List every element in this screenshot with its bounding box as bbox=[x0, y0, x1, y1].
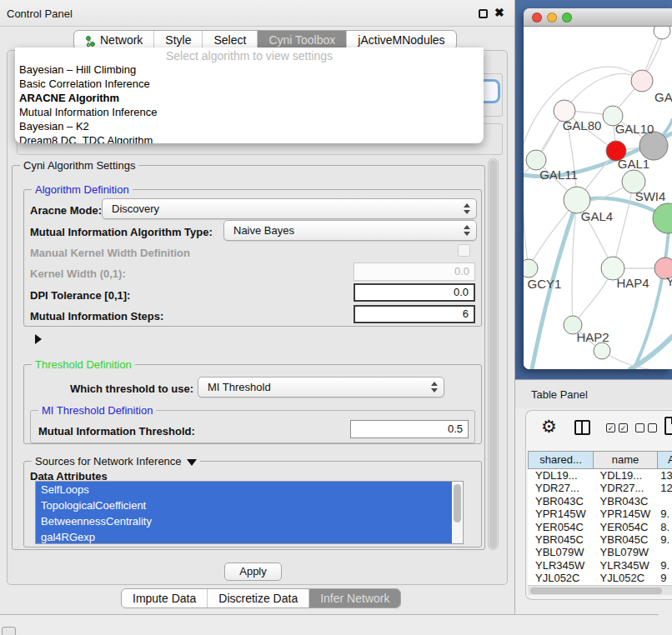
collapse-arrow-icon[interactable] bbox=[187, 459, 197, 466]
aracne-mode-value: Discovery bbox=[112, 202, 159, 215]
table-row[interactable]: YBR043CYBR043C bbox=[528, 495, 672, 508]
aracne-mode-label: Aracne Mode: bbox=[30, 204, 102, 217]
mi-steps-input[interactable]: 6 bbox=[354, 305, 475, 323]
network-view-window: GALGAL80GAL10GAL1GAL11SWI4GAL4GCY1HAP4YH… bbox=[524, 8, 672, 369]
table-cell: 8. bbox=[656, 521, 672, 533]
sources-title: Sources for Network Inference bbox=[32, 455, 200, 468]
mac-zoom-icon[interactable] bbox=[562, 12, 572, 22]
tab-discretize-data[interactable]: Discretize Data bbox=[208, 589, 309, 608]
split-columns-icon[interactable] bbox=[574, 420, 590, 435]
table-row[interactable]: YBR045CYBR045C9. bbox=[528, 533, 672, 546]
attribute-item-selfloops[interactable]: SelfLoops bbox=[36, 482, 452, 498]
table-cell: 12 bbox=[656, 482, 672, 494]
collapsed-panel-button[interactable] bbox=[2, 627, 16, 635]
column-header-shared[interactable]: shared... bbox=[528, 451, 593, 469]
mi-type-label: Mutual Information Algorithm Type: bbox=[30, 226, 213, 238]
dropdown-item-bayesian-k2[interactable]: Bayesian – K2 bbox=[15, 119, 484, 133]
tab-cyni-toolbox[interactable]: Cyni Toolbox bbox=[258, 31, 347, 49]
page-icon[interactable] bbox=[664, 417, 672, 435]
float-window-icon[interactable] bbox=[479, 9, 488, 18]
table-h-scrollbar[interactable] bbox=[528, 585, 672, 595]
dpi-tolerance-input[interactable]: 0.0 bbox=[354, 283, 475, 302]
table-h-scrollbar-thumb[interactable] bbox=[530, 588, 662, 594]
mac-close-icon[interactable] bbox=[532, 12, 542, 22]
table-cell: YER054C bbox=[528, 521, 593, 533]
dropdown-item-aracne-algorithm[interactable]: ARACNE Algorithm bbox=[15, 91, 484, 105]
combo-arrows-icon bbox=[431, 382, 438, 392]
which-threshold-combo[interactable]: MI Threshold bbox=[198, 377, 444, 398]
network-node-gcy1[interactable] bbox=[524, 259, 538, 278]
checked-checkbox-icon[interactable]: ✓ bbox=[606, 423, 615, 432]
node-label-gal1: GAL1 bbox=[618, 157, 649, 171]
tab-infer-network[interactable]: Infer Network bbox=[309, 589, 400, 608]
attribute-item-topologicalcoefficient[interactable]: TopologicalCoefficient bbox=[36, 498, 452, 513]
dropdown-item-dream8-dc-tdc-algorithm[interactable]: Dream8 DC_TDC Algorithm bbox=[15, 133, 484, 143]
tab-style[interactable]: Style bbox=[154, 31, 203, 49]
algorithm-dropdown: Select algorithm to view settings Bayesi… bbox=[15, 48, 484, 143]
list-scrollbar-thumb[interactable] bbox=[454, 484, 461, 522]
table-cell: YBR043C bbox=[528, 495, 593, 508]
aracne-mode-combo[interactable]: Discovery bbox=[102, 198, 477, 219]
settings-scrollbar-thumb[interactable] bbox=[489, 160, 497, 548]
attribute-item-gal4rgexp[interactable]: gal4RGexp bbox=[36, 529, 452, 544]
mi-steps-label: Mutual Information Steps: bbox=[30, 310, 163, 322]
apply-button[interactable]: Apply bbox=[224, 562, 282, 581]
combo-arrows-icon bbox=[464, 225, 470, 236]
gear-icon[interactable]: ⚙ bbox=[541, 417, 557, 437]
table-row[interactable]: YDL19...YDL19...13 bbox=[528, 469, 672, 482]
attribute-item-betweennesscentrality[interactable]: BetweennessCentrality bbox=[36, 513, 452, 529]
tab-network[interactable]: Network bbox=[74, 31, 154, 49]
table-row[interactable]: YJL052CYJL052C9 bbox=[528, 572, 672, 584]
network-canvas[interactable]: GALGAL80GAL10GAL1GAL11SWI4GAL4GCY1HAP4YH… bbox=[524, 27, 672, 369]
tab-select[interactable]: Select bbox=[203, 31, 258, 49]
checked-checkbox-icon[interactable]: ✓ bbox=[619, 423, 628, 432]
column-header-name[interactable]: name bbox=[593, 451, 657, 469]
tab-jactivemnodules[interactable]: jActiveMNodules bbox=[347, 31, 455, 49]
dropdown-item-basic-correlation-inference[interactable]: Basic Correlation Inference bbox=[15, 77, 484, 91]
table-cell: 9. bbox=[656, 508, 672, 520]
table-panel-strip: Table Panel bbox=[515, 379, 672, 408]
network-window-titlebar[interactable] bbox=[524, 8, 672, 27]
node-label-gal80: GAL80 bbox=[563, 118, 602, 132]
node-label-gcy1: GCY1 bbox=[528, 277, 562, 291]
settings-scrollbar[interactable] bbox=[488, 158, 499, 550]
network-node-unlabeled[interactable] bbox=[639, 132, 668, 160]
table-row[interactable]: YLR345WYLR345W9. bbox=[528, 559, 672, 572]
table-panel-title: Table Panel bbox=[531, 388, 588, 401]
table-cell: YBR043C bbox=[593, 495, 657, 508]
mac-minimize-icon[interactable] bbox=[547, 12, 557, 22]
table-cell bbox=[656, 495, 672, 508]
table-cell: YLR345W bbox=[528, 559, 593, 572]
tab-impute-data[interactable]: Impute Data bbox=[122, 589, 208, 608]
table-row[interactable]: YER054CYER054C8. bbox=[528, 521, 672, 533]
cyni-algorithm-settings-title: Cyni Algorithm Settings bbox=[20, 159, 138, 172]
hub-expander[interactable] bbox=[28, 332, 42, 346]
kernel-width-input[interactable]: 0.0 bbox=[354, 262, 475, 281]
network-node-unlabeled[interactable] bbox=[594, 342, 610, 359]
column-header-a[interactable]: A bbox=[657, 451, 672, 469]
network-node-unlabeled[interactable] bbox=[654, 27, 670, 39]
network-node-unlabeled[interactable] bbox=[653, 203, 672, 233]
mi-threshold-label: Mutual Information Threshold: bbox=[38, 425, 195, 438]
tab-label: Infer Network bbox=[320, 589, 389, 608]
dropdown-item-mutual-information-inference[interactable]: Mutual Information Inference bbox=[15, 105, 484, 119]
table-row[interactable]: YBL079WYBL079W bbox=[528, 546, 672, 558]
mi-type-combo[interactable]: Naive Bayes bbox=[223, 220, 477, 241]
table-cell: YDR27... bbox=[528, 482, 593, 494]
unchecked-checkbox-icon[interactable] bbox=[635, 423, 644, 432]
table-cell: YDL19... bbox=[528, 469, 593, 482]
table-row[interactable]: YDR27...YDR27...12 bbox=[528, 482, 672, 494]
network-node-gal[interactable] bbox=[631, 70, 653, 92]
list-scrollbar[interactable] bbox=[453, 482, 462, 543]
close-icon[interactable]: ✖ bbox=[494, 6, 504, 19]
node-label-swi4: SWI4 bbox=[635, 189, 666, 203]
unchecked-checkbox-icon[interactable] bbox=[648, 423, 657, 432]
table-row[interactable]: YPR145WYPR145W9. bbox=[528, 508, 672, 520]
mi-threshold-input[interactable]: 0.5 bbox=[350, 420, 469, 438]
algorithm-dropdown-items: Bayesian – Hill ClimbingBasic Correlatio… bbox=[15, 62, 484, 143]
dropdown-item-bayesian-hill-climbing[interactable]: Bayesian – Hill Climbing bbox=[15, 62, 484, 77]
manual-kernel-checkbox[interactable] bbox=[458, 244, 470, 257]
which-threshold-value: MI Threshold bbox=[208, 381, 271, 393]
node-label-y: Y bbox=[666, 274, 672, 288]
mi-threshold-group-title: MI Threshold Definition bbox=[38, 404, 156, 417]
